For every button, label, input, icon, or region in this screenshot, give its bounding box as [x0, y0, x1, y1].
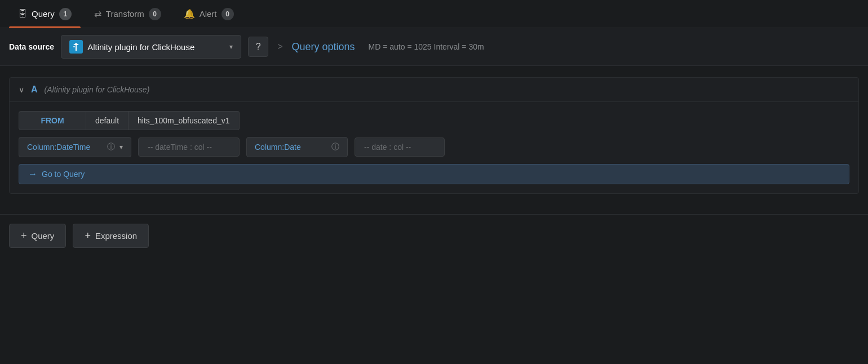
column-datetime-selector[interactable]: Column:DateTime ⓘ ▾ — [19, 137, 131, 157]
column-datetime-info-icon[interactable]: ⓘ — [107, 142, 115, 152]
help-button[interactable]: ? — [248, 37, 268, 57]
bottom-actions: + Query + Expression — [0, 214, 868, 257]
toolbar: Data source Altinity plugin for ClickHou… — [0, 28, 868, 66]
add-query-button[interactable]: + Query — [9, 224, 66, 248]
column-date-info-icon[interactable]: ⓘ — [331, 142, 339, 152]
go-to-query-button[interactable]: → Go to Query — [19, 164, 849, 184]
tab-query[interactable]: 🗄 Query 1 — [9, 0, 81, 28]
breadcrumb-arrow: > — [275, 42, 285, 52]
tab-query-label: Query — [32, 9, 55, 19]
go-to-query-label: Go to Query — [42, 170, 85, 179]
query-letter: A — [31, 85, 38, 95]
tab-transform[interactable]: ⇄ Transform 0 — [85, 0, 170, 28]
add-expression-label: Expression — [95, 231, 137, 241]
column-date-selector[interactable]: Column:Date ⓘ — [246, 137, 348, 157]
from-label: FROM — [19, 111, 86, 130]
collapse-button[interactable]: ∨ — [19, 85, 24, 94]
tab-transform-badge: 0 — [149, 8, 161, 20]
datasource-name-text: Altinity plugin for ClickHouse — [87, 42, 225, 52]
column-date-placeholder: -- date : col -- — [355, 137, 445, 157]
datasource-selector[interactable]: Altinity plugin for ClickHouse ▾ — [61, 35, 241, 59]
from-database[interactable]: default — [86, 111, 129, 130]
add-query-label: Query — [32, 231, 55, 241]
datasource-chevron-icon: ▾ — [229, 43, 233, 51]
datasource-label: Data source — [9, 42, 54, 51]
query-meta: MD = auto = 1025 Interval = 30m — [369, 42, 484, 51]
column-datetime-name: Column:DateTime — [27, 143, 103, 152]
query-datasource-hint: (Altinity plugin for ClickHouse) — [45, 85, 150, 94]
column-datetime-placeholder: -- dateTime : col -- — [138, 137, 240, 157]
query-block-body: FROM default hits_100m_obfuscated_v1 Col… — [10, 102, 858, 193]
alert-icon: 🔔 — [184, 8, 195, 19]
column-row: Column:DateTime ⓘ ▾ -- dateTime : col --… — [19, 137, 849, 157]
from-row: FROM default hits_100m_obfuscated_v1 — [19, 111, 849, 130]
query-area: ∨ A (Altinity plugin for ClickHouse) FRO… — [0, 66, 868, 214]
tab-alert[interactable]: 🔔 Alert 0 — [175, 0, 243, 28]
datasource-logo-icon — [69, 40, 83, 54]
tab-bar: 🗄 Query 1 ⇄ Transform 0 🔔 Alert 0 — [0, 0, 868, 28]
query-block-a: ∨ A (Altinity plugin for ClickHouse) FRO… — [9, 77, 859, 194]
column-datetime-dropdown-icon: ▾ — [119, 143, 123, 151]
add-expression-button[interactable]: + Expression — [73, 224, 149, 248]
tab-alert-label: Alert — [200, 9, 217, 19]
column-date-name: Column:Date — [255, 143, 327, 152]
tab-query-badge: 1 — [59, 8, 72, 20]
query-block-header: ∨ A (Altinity plugin for ClickHouse) — [10, 78, 858, 102]
help-circle-icon: ? — [256, 42, 261, 52]
tab-alert-badge: 0 — [222, 8, 234, 20]
transform-icon: ⇄ — [94, 8, 101, 19]
tab-transform-label: Transform — [106, 9, 144, 19]
arrow-right-icon: → — [28, 169, 37, 179]
query-db-icon: 🗄 — [18, 9, 27, 19]
plus-query-icon: + — [21, 230, 27, 242]
query-options-link[interactable]: Query options — [292, 41, 355, 53]
from-table[interactable]: hits_100m_obfuscated_v1 — [129, 111, 239, 130]
plus-expression-icon: + — [85, 230, 91, 242]
